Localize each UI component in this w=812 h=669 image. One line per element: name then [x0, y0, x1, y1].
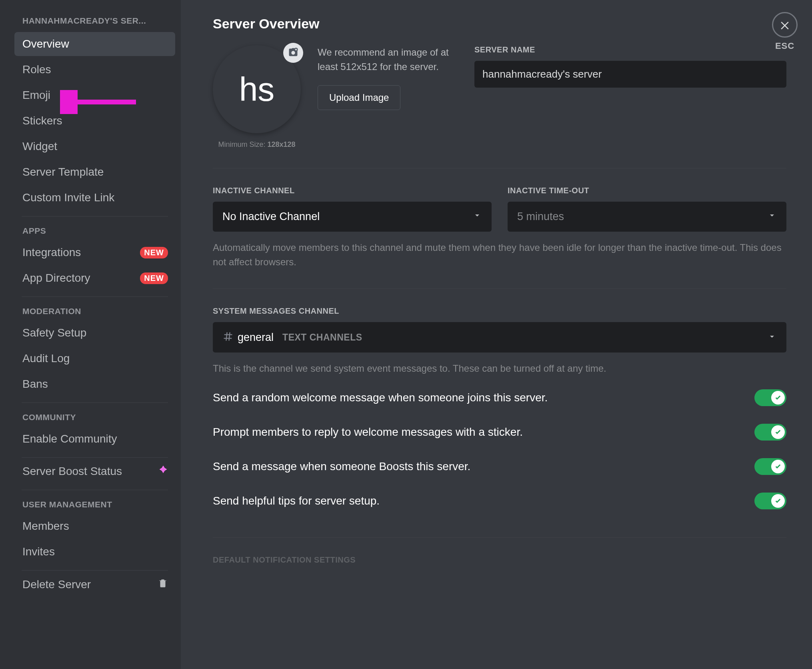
- recommend-section: We recommend an image of at least 512x51…: [318, 45, 458, 149]
- sidebar-item-integrations[interactable]: Integrations NEW: [14, 240, 175, 264]
- system-channel-name: general: [238, 331, 274, 344]
- sidebar-item-stickers[interactable]: Stickers: [14, 109, 175, 133]
- overview-top-row: hs Minimum Size: 128x128 We recommend an…: [213, 45, 786, 149]
- toggle-setup-tips[interactable]: [754, 493, 786, 509]
- server-name-section: SERVER NAME: [474, 45, 786, 149]
- sidebar-item-audit-log[interactable]: Audit Log: [14, 347, 175, 371]
- sidebar-item-server-template[interactable]: Server Template: [14, 160, 175, 184]
- sidebar-item-bans[interactable]: Bans: [14, 372, 175, 396]
- inactive-channel-label: INACTIVE CHANNEL: [213, 186, 492, 195]
- sidebar-item-safety-setup[interactable]: Safety Setup: [14, 321, 175, 345]
- chevron-down-icon: [472, 210, 482, 223]
- sidebar-item-roles[interactable]: Roles: [14, 58, 175, 82]
- toggle-row-boost: Send a message when someone Boosts this …: [213, 449, 786, 484]
- sidebar-item-members[interactable]: Members: [14, 514, 175, 538]
- system-channel-category: TEXT CHANNELS: [282, 332, 767, 343]
- sidebar-item-server-boost[interactable]: Server Boost Status: [14, 459, 175, 483]
- check-icon: [774, 429, 782, 436]
- sidebar-divider: [22, 403, 168, 403]
- content-area: ESC Server Overview hs Minimum Size: 128…: [181, 0, 812, 669]
- inactive-timeout-label: INACTIVE TIME-OUT: [508, 186, 786, 195]
- settings-sidebar: HANNAHMACREADY'S SER... Overview Roles E…: [0, 0, 181, 669]
- new-badge: NEW: [140, 272, 168, 284]
- page-title: Server Overview: [213, 16, 786, 32]
- sidebar-category-apps: APPS: [14, 218, 175, 240]
- server-avatar[interactable]: hs: [213, 45, 301, 133]
- section-divider: [213, 537, 786, 538]
- check-icon: [774, 394, 782, 401]
- toggle-row-welcome: Send a random welcome message when someo…: [213, 381, 786, 415]
- sidebar-item-enable-community[interactable]: Enable Community: [14, 427, 175, 451]
- inactive-timeout-select[interactable]: 5 minutes: [508, 202, 786, 232]
- close-label: ESC: [772, 41, 798, 51]
- server-name-label: SERVER NAME: [474, 45, 786, 54]
- check-icon: [774, 463, 782, 470]
- sidebar-divider: [22, 570, 168, 571]
- sidebar-item-invites[interactable]: Invites: [14, 540, 175, 564]
- sidebar-item-overview[interactable]: Overview: [14, 32, 175, 56]
- toggle-welcome-message[interactable]: [754, 389, 786, 406]
- toggle-row-tips: Send helpful tips for server setup.: [213, 484, 786, 518]
- sidebar-item-custom-invite[interactable]: Custom Invite Link: [14, 186, 175, 210]
- system-messages-help: This is the channel we send system event…: [213, 361, 786, 376]
- sidebar-item-delete-server[interactable]: Delete Server: [14, 572, 175, 597]
- inactive-row: INACTIVE CHANNEL No Inactive Channel INA…: [213, 186, 786, 232]
- section-divider: [213, 168, 786, 168]
- inactive-help-text: Automatically move members to this chann…: [213, 240, 786, 269]
- sidebar-item-app-directory[interactable]: App Directory NEW: [14, 266, 175, 290]
- sidebar-category-user-mgmt: USER MANAGEMENT: [14, 492, 175, 514]
- check-icon: [774, 497, 782, 505]
- chevron-down-icon: [767, 332, 777, 343]
- sidebar-divider: [22, 457, 168, 458]
- default-notifications-header: DEFAULT NOTIFICATION SETTINGS: [213, 555, 786, 565]
- min-size-text: Minimum Size: 128x128: [213, 140, 301, 149]
- sidebar-divider: [22, 490, 168, 490]
- toggle-row-sticker: Prompt members to reply to welcome messa…: [213, 415, 786, 449]
- server-name-input[interactable]: [474, 61, 786, 88]
- recommend-text: We recommend an image of at least 512x51…: [318, 45, 458, 74]
- sidebar-divider: [22, 296, 168, 297]
- sidebar-item-emoji[interactable]: Emoji: [14, 83, 175, 107]
- system-messages-label: SYSTEM MESSAGES CHANNEL: [213, 306, 786, 316]
- chevron-down-icon: [767, 210, 777, 223]
- section-divider: [213, 288, 786, 289]
- sidebar-server-name: HANNAHMACREADY'S SER...: [14, 12, 175, 32]
- server-avatar-section: hs Minimum Size: 128x128: [213, 45, 301, 149]
- toggle-sticker-reply[interactable]: [754, 424, 786, 441]
- sidebar-item-widget[interactable]: Widget: [14, 134, 175, 158]
- close-button-container: ESC: [772, 12, 798, 51]
- new-badge: NEW: [140, 247, 168, 258]
- close-button[interactable]: [772, 12, 798, 38]
- inactive-channel-select[interactable]: No Inactive Channel: [213, 202, 492, 232]
- sidebar-category-community: COMMUNITY: [14, 405, 175, 427]
- upload-image-button[interactable]: Upload Image: [318, 85, 400, 110]
- system-messages-channel-select[interactable]: general TEXT CHANNELS: [213, 322, 786, 353]
- close-icon: [779, 19, 791, 31]
- trash-icon: [158, 578, 168, 591]
- sidebar-category-moderation: MODERATION: [14, 298, 175, 321]
- upload-image-icon[interactable]: [283, 43, 303, 63]
- sidebar-divider: [22, 216, 168, 216]
- boost-icon: [158, 465, 168, 478]
- toggle-boost-message[interactable]: [754, 458, 786, 475]
- hash-icon: [222, 331, 234, 344]
